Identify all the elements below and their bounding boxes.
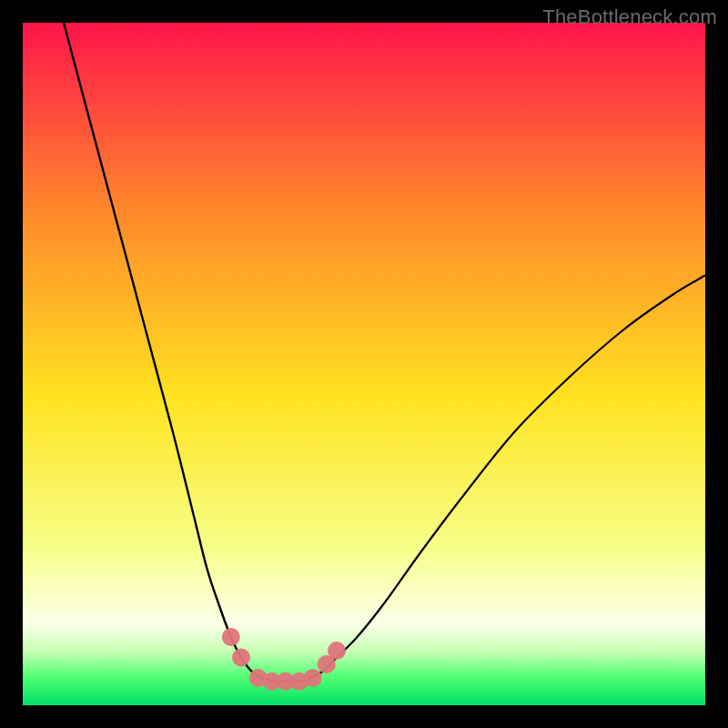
plot-background [23, 23, 705, 705]
valley-marker [328, 642, 346, 660]
chart-frame: TheBottleneck.com [0, 0, 728, 728]
valley-marker [222, 628, 240, 646]
valley-marker [232, 649, 250, 667]
valley-marker [304, 669, 322, 687]
watermark-text: TheBottleneck.com [542, 5, 717, 29]
bottleneck-chart [23, 23, 705, 705]
